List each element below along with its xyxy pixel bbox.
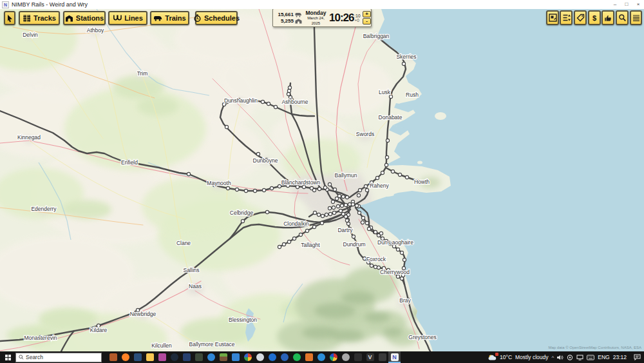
station-marker[interactable]: [339, 209, 342, 212]
orange-app-icon[interactable]: [303, 351, 315, 363]
finances-button[interactable]: $: [588, 10, 601, 25]
station-marker[interactable]: [335, 197, 338, 200]
station-marker[interactable]: [287, 89, 290, 92]
mouse-app-icon[interactable]: [254, 351, 266, 363]
station-marker[interactable]: [274, 105, 277, 108]
station-marker[interactable]: [400, 251, 403, 254]
station-marker[interactable]: [345, 219, 348, 222]
station-marker[interactable]: [352, 235, 355, 238]
station-marker[interactable]: [375, 176, 379, 179]
station-marker[interactable]: [312, 188, 316, 191]
language-indicator[interactable]: ENG: [598, 354, 609, 360]
station-marker[interactable]: [235, 188, 238, 191]
station-marker[interactable]: [361, 216, 365, 219]
touch-keyboard-icon[interactable]: [587, 355, 594, 360]
station-marker[interactable]: [226, 186, 229, 190]
station-marker[interactable]: [253, 189, 256, 192]
station-marker[interactable]: [336, 204, 339, 208]
tray-expand-icon[interactable]: ^: [552, 355, 554, 360]
image-app-icon[interactable]: [229, 351, 242, 363]
station-marker[interactable]: [364, 184, 367, 188]
pointer-tool-button[interactable]: [4, 11, 15, 25]
station-marker[interactable]: [328, 182, 331, 186]
station-marker[interactable]: [370, 264, 373, 267]
station-marker[interactable]: [340, 204, 343, 207]
station-marker[interactable]: [348, 202, 351, 206]
station-marker[interactable]: [331, 200, 334, 203]
stations-button[interactable]: Stations: [63, 11, 106, 25]
station-marker[interactable]: [402, 258, 406, 261]
social-button[interactable]: [601, 10, 614, 25]
network-icon[interactable]: [576, 355, 583, 360]
station-marker[interactable]: [405, 175, 408, 179]
file-explorer-icon[interactable]: [144, 351, 156, 363]
search-button[interactable]: [616, 10, 629, 25]
station-marker[interactable]: [288, 86, 291, 89]
start-button[interactable]: [0, 351, 15, 363]
bottle-app-icon[interactable]: [376, 351, 388, 363]
station-marker[interactable]: [402, 62, 405, 65]
station-marker[interactable]: [363, 257, 366, 260]
station-marker[interactable]: [187, 172, 190, 175]
station-marker[interactable]: [320, 221, 323, 224]
station-marker[interactable]: [400, 277, 403, 280]
time-speed-down-button[interactable]: -: [363, 18, 371, 25]
line-list-button[interactable]: [560, 10, 573, 25]
station-marker[interactable]: [361, 221, 364, 224]
minecraft-icon[interactable]: [217, 351, 229, 363]
station-marker[interactable]: [345, 195, 348, 199]
parrot-app-icon[interactable]: [327, 351, 339, 363]
station-marker[interactable]: [357, 193, 360, 197]
station-marker[interactable]: [302, 185, 305, 188]
station-marker[interactable]: [323, 186, 327, 189]
station-marker[interactable]: [287, 92, 290, 95]
station-marker[interactable]: [374, 230, 377, 233]
station-marker[interactable]: [305, 229, 308, 232]
creeper-app-icon[interactable]: [352, 351, 364, 363]
station-marker[interactable]: [325, 213, 328, 216]
station-marker[interactable]: [328, 206, 331, 210]
maximize-button[interactable]: □: [621, 0, 632, 9]
station-marker[interactable]: [287, 240, 290, 243]
settings-gear-icon[interactable]: [339, 351, 352, 363]
station-marker[interactable]: [346, 222, 350, 225]
station-marker[interactable]: [328, 212, 332, 215]
minimize-button[interactable]: –: [609, 0, 621, 9]
station-marker[interactable]: [381, 171, 384, 174]
station-marker[interactable]: [389, 95, 392, 98]
station-marker[interactable]: [344, 203, 347, 206]
station-marker[interactable]: [256, 152, 260, 155]
firefox-icon[interactable]: [119, 351, 131, 363]
station-marker[interactable]: [344, 215, 347, 218]
time-speed-up-button[interactable]: +: [363, 11, 371, 17]
station-marker[interactable]: [355, 204, 358, 207]
station-marker[interactable]: [351, 202, 354, 206]
station-marker[interactable]: [384, 163, 388, 166]
station-marker[interactable]: [396, 248, 399, 251]
station-marker[interactable]: [265, 210, 269, 213]
station-marker[interactable]: [385, 155, 388, 159]
station-marker[interactable]: [358, 188, 361, 191]
station-marker[interactable]: [299, 233, 302, 236]
station-marker[interactable]: [241, 219, 244, 222]
tray-app-icon[interactable]: [567, 355, 573, 360]
station-marker[interactable]: [261, 100, 264, 103]
station-marker[interactable]: [379, 231, 383, 235]
dots-app-icon[interactable]: [242, 351, 254, 363]
station-marker[interactable]: [296, 185, 299, 188]
station-marker[interactable]: [367, 227, 370, 230]
station-marker[interactable]: [365, 221, 368, 224]
game-map[interactable]: DelvinAthboyTrimKinnegadEnfieldMaynoothE…: [0, 0, 644, 363]
photos-app-icon[interactable]: [131, 351, 144, 363]
station-marker[interactable]: [374, 265, 377, 268]
station-marker[interactable]: [317, 187, 321, 190]
taskbar-clock[interactable]: 23:12: [613, 354, 627, 360]
station-marker[interactable]: [332, 206, 335, 209]
weather-condition[interactable]: Mostly cloudy: [515, 354, 549, 360]
station-marker[interactable]: [391, 170, 394, 173]
tags-button[interactable]: [574, 10, 587, 25]
station-marker[interactable]: [292, 237, 296, 240]
station-marker[interactable]: [267, 102, 270, 105]
station-marker[interactable]: [225, 125, 228, 128]
lines-button[interactable]: Lines: [108, 11, 147, 25]
